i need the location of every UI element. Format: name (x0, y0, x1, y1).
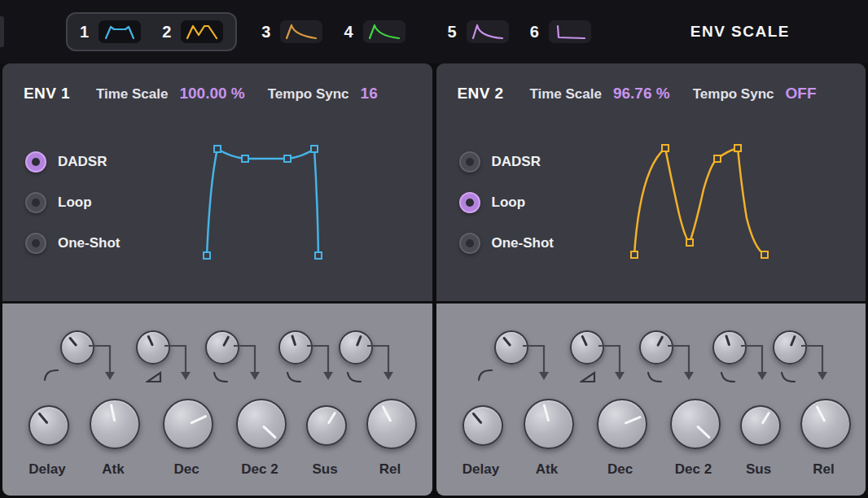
knob-pointer (519, 395, 577, 452)
env2-decay-knob[interactable] (597, 399, 647, 449)
env1-decay-knob[interactable] (163, 399, 213, 449)
radio-icon (25, 233, 46, 254)
env-tab-3[interactable]: 3 (261, 20, 322, 43)
env2-mode-dadsr[interactable]: DADSR (459, 151, 541, 173)
left-edge-divider (0, 16, 4, 47)
env2-decay2-knob[interactable] (670, 399, 721, 449)
env2-release-knob[interactable] (800, 399, 851, 449)
env4-waveform-icon (366, 23, 402, 41)
routing-arrow-icon (89, 339, 118, 385)
routing-arrow-icon (307, 339, 336, 385)
curve-shape-icon (780, 370, 796, 383)
routing-arrow-icon (164, 339, 194, 385)
env2-header: ENV 2 Time Scale 96.76 % Tempo Sync OFF (458, 85, 840, 103)
routing-arrow-icon (668, 339, 697, 385)
env2-sustain-knob[interactable] (740, 405, 781, 446)
env-tab-4-chip (363, 20, 406, 43)
knob-pointer (228, 391, 295, 457)
env1-editor: ENV 1 Time Scale 100.00 % Tempo Sync 16 … (2, 63, 432, 301)
env-tab-3-chip (280, 20, 322, 43)
env1-delay-knob[interactable] (28, 405, 69, 446)
panel-env1: ENV 1 Time Scale 100.00 % Tempo Sync 16 … (2, 63, 432, 496)
env2-mode-oneshot[interactable]: One-Shot (459, 233, 555, 254)
env1-mode-dadsr-label: DADSR (58, 154, 107, 170)
env2-mode-loop[interactable]: Loop (459, 192, 526, 213)
env1-time-scale-value[interactable]: 100.00 % (179, 85, 244, 103)
env2-attack-knob[interactable] (524, 399, 574, 449)
env2-time-scale-value[interactable]: 96.76 % (613, 85, 670, 103)
curve-shape-icon (213, 370, 229, 383)
knob-pointer (456, 400, 509, 452)
env2-tempo-sync-value[interactable]: OFF (786, 85, 817, 103)
env1-envelope-display[interactable] (188, 120, 432, 291)
curve-shape-icon (647, 370, 663, 383)
curve-shape-icon (43, 369, 59, 382)
env1-decay2-knob[interactable] (236, 399, 287, 449)
radio-icon (459, 233, 480, 254)
env-tab-1[interactable]: 1 (80, 20, 141, 43)
env-tab-6-number: 6 (530, 23, 539, 42)
env1-release-knob-label: Rel (351, 461, 429, 478)
knob-pointer (662, 391, 729, 457)
knob-pointer (793, 392, 857, 456)
knob-pointer (23, 400, 76, 452)
env2-mode-oneshot-label: One-Shot (492, 235, 555, 251)
curve-shape-icon (720, 370, 736, 383)
knob-pointer (734, 400, 786, 451)
env1-attack-knob-label: Atk (74, 461, 152, 478)
env1-attack-knob[interactable] (90, 399, 140, 449)
env-tab-6[interactable]: 6 (530, 20, 591, 43)
radio-icon (25, 151, 46, 173)
env1-mode-oneshot[interactable]: One-Shot (25, 233, 121, 254)
routing-arrow-icon (741, 339, 770, 385)
radio-icon (459, 192, 480, 213)
env-tab-6-chip (549, 20, 591, 43)
knob-pointer (360, 392, 423, 456)
env-tab-5[interactable]: 5 (448, 20, 509, 43)
env-tab-group-1-2: 1 2 (66, 12, 237, 51)
knob-pointer (591, 393, 653, 455)
env2-attack-knob-label: Atk (508, 461, 586, 478)
routing-arrow-icon (801, 339, 831, 385)
curve-shape-icon (286, 370, 302, 383)
env2-knob-section: Delay Atk Dec Dec 2 Sus Rel (436, 301, 866, 496)
env1-tempo-sync-value[interactable]: 16 (361, 85, 378, 103)
panel-env2: ENV 2 Time Scale 96.76 % Tempo Sync OFF … (436, 63, 866, 496)
env1-tempo-sync-label: Tempo Sync (268, 86, 349, 103)
radio-icon (25, 192, 46, 213)
env2-waveform-icon (184, 23, 220, 41)
env-tab-2-chip (181, 20, 223, 43)
env-scale-label: ENV SCALE (690, 23, 790, 41)
routing-arrow-icon (367, 339, 397, 385)
env-tab-group-5-6: 5 6 (448, 20, 591, 43)
env1-release-knob[interactable] (366, 399, 417, 449)
env-tab-2[interactable]: 2 (162, 20, 223, 43)
env1-decay-knob-label: Dec (147, 461, 226, 478)
env-tab-4-number: 4 (344, 23, 353, 42)
env1-header: ENV 1 Time Scale 100.00 % Tempo Sync 16 (24, 85, 401, 103)
knob-pointer (87, 396, 143, 452)
env2-mode-dadsr-label: DADSR (492, 154, 541, 170)
env5-waveform-icon (470, 23, 506, 41)
env-tab-5-chip (467, 20, 509, 43)
env2-release-knob-label: Rel (785, 461, 863, 478)
env1-mode-dadsr[interactable]: DADSR (25, 151, 107, 173)
env1-sustain-knob[interactable] (306, 405, 347, 446)
env2-delay-knob[interactable] (462, 405, 503, 446)
knob-pointer (156, 392, 219, 455)
env2-envelope-display[interactable] (622, 120, 866, 291)
env-tab-4[interactable]: 4 (344, 20, 405, 43)
routing-arrow-icon (234, 339, 263, 385)
radio-icon (459, 151, 480, 173)
env1-mode-oneshot-label: One-Shot (58, 235, 121, 251)
env6-waveform-icon (552, 23, 588, 41)
env-panels: ENV 1 Time Scale 100.00 % Tempo Sync 16 … (0, 63, 868, 498)
env-selector-bar: 1 2 3 (0, 0, 868, 63)
env-tab-3-number: 3 (261, 23, 270, 42)
env3-waveform-icon (283, 23, 319, 41)
linear-ramp-icon (580, 370, 596, 383)
env1-waveform-icon (102, 23, 138, 41)
curve-shape-icon (477, 369, 493, 382)
env-tab-1-chip (99, 20, 141, 43)
env1-mode-loop[interactable]: Loop (25, 192, 92, 213)
